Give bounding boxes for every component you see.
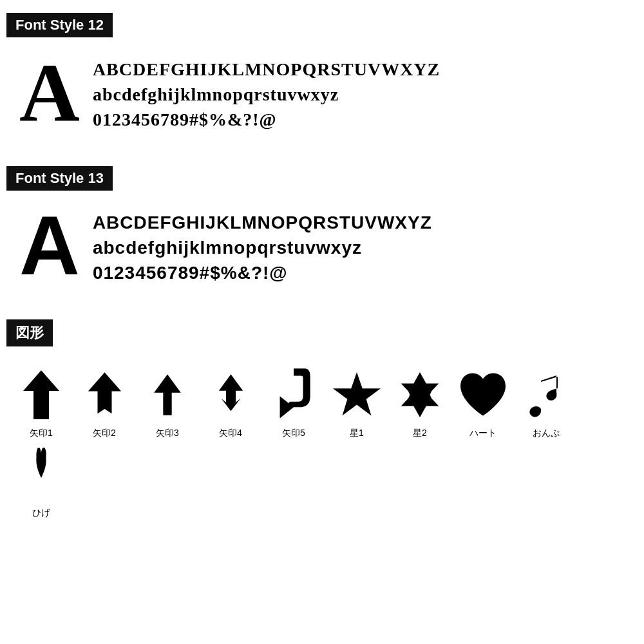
shapes-grid: 矢印1 矢印2 矢印3: [6, 353, 638, 526]
shape-icon-arrow4: [205, 366, 256, 424]
svg-marker-2: [154, 374, 181, 415]
shape-icon-star2: [394, 366, 446, 424]
shape-label-arrow1: 矢印1: [30, 428, 53, 439]
page: Font Style 12 A ABCDEFGHIJKLMNOPQRSTUVWX…: [0, 0, 644, 538]
shape-item-heart: ハート: [455, 366, 511, 439]
shape-label-star1: 星1: [350, 428, 364, 439]
shape-icon-arrow2: [79, 366, 130, 424]
shape-label-arrow5: 矢印5: [282, 428, 305, 439]
shape-icon-arrow5: [268, 366, 319, 424]
shape-label-note: おんぷ: [533, 428, 560, 439]
font-style-13-section: Font Style 13 A ABCDEFGHIJKLMNOPQRSTUVWX…: [6, 166, 638, 294]
svg-marker-1: [88, 372, 120, 413]
font-13-line-3: 0123456789#$%&?!@: [93, 260, 432, 285]
shapes-section: 図形 矢印1 矢印2: [6, 319, 638, 526]
shape-icon-heart: [457, 366, 509, 424]
shape-item-note: おんぷ: [518, 366, 574, 439]
shape-icon-arrow1: [15, 366, 67, 424]
font-13-char-lines: ABCDEFGHIJKLMNOPQRSTUVWXYZ abcdefghijklm…: [93, 204, 432, 286]
font-12-line-3: 0123456789#$%&?!@: [93, 107, 440, 132]
shapes-label: 図形: [6, 319, 53, 346]
shape-label-arrow2: 矢印2: [93, 428, 116, 439]
shape-item-star1: 星1: [328, 366, 385, 439]
shape-icon-mustache: [15, 446, 67, 504]
shape-item-star2: 星2: [392, 366, 448, 439]
font-12-preview: A ABCDEFGHIJKLMNOPQRSTUVWXYZ abcdefghijk…: [6, 44, 638, 140]
shape-label-arrow4: 矢印4: [219, 428, 242, 439]
svg-marker-0: [23, 370, 59, 419]
font-12-big-letter: A: [19, 50, 80, 134]
font-style-12-label: Font Style 12: [6, 13, 113, 37]
font-12-line-2: abcdefghijklmnopqrstuvwxyz: [93, 82, 440, 107]
font-12-line-1: ABCDEFGHIJKLMNOPQRSTUVWXYZ: [93, 57, 440, 82]
svg-marker-3: [218, 374, 243, 411]
font-13-line-2: abcdefghijklmnopqrstuvwxyz: [93, 235, 432, 260]
shape-label-heart: ハート: [469, 428, 497, 439]
font-style-12-section: Font Style 12 A ABCDEFGHIJKLMNOPQRSTUVWX…: [6, 13, 638, 140]
shape-label-mustache: ひげ: [32, 507, 50, 519]
shape-icon-arrow3: [142, 366, 193, 424]
shape-item-arrow5: 矢印5: [265, 366, 322, 439]
shape-item-arrow4: 矢印4: [202, 366, 259, 439]
shape-icon-star1: [331, 366, 383, 424]
font-13-preview: A ABCDEFGHIJKLMNOPQRSTUVWXYZ abcdefghijk…: [6, 197, 638, 294]
font-style-13-label: Font Style 13: [6, 166, 113, 191]
svg-marker-4: [333, 372, 381, 415]
shape-item-arrow1: 矢印1: [13, 366, 70, 439]
shape-label-arrow3: 矢印3: [156, 428, 179, 439]
shape-item-arrow3: 矢印3: [139, 366, 196, 439]
shape-item-mustache: ひげ: [13, 446, 70, 519]
shape-label-star2: 星2: [413, 428, 427, 439]
font-13-line-1: ABCDEFGHIJKLMNOPQRSTUVWXYZ: [93, 210, 432, 235]
shape-item-arrow2: 矢印2: [76, 366, 133, 439]
shape-icon-note: [520, 366, 572, 424]
font-13-big-letter: A: [19, 204, 80, 287]
font-12-char-lines: ABCDEFGHIJKLMNOPQRSTUVWXYZ abcdefghijklm…: [93, 50, 440, 133]
